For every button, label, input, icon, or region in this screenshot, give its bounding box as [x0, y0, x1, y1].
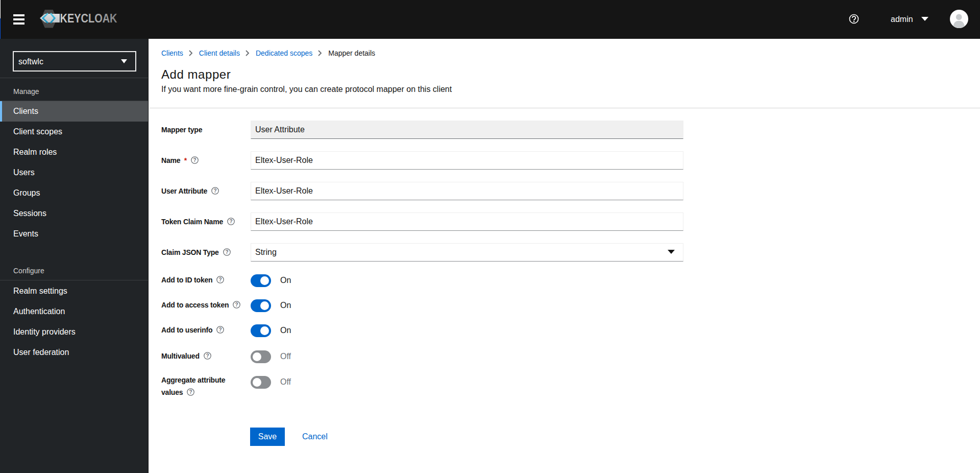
svg-text:?: ? [230, 219, 233, 224]
svg-text:?: ? [193, 157, 197, 163]
svg-text:?: ? [214, 188, 217, 194]
svg-text:KEYCLOAK: KEYCLOAK [60, 12, 117, 25]
svg-text:?: ? [189, 389, 192, 395]
svg-text:?: ? [206, 353, 209, 359]
svg-text:?: ? [219, 327, 222, 333]
svg-text:?: ? [235, 302, 238, 308]
svg-text:?: ? [219, 277, 222, 282]
svg-text:?: ? [225, 249, 228, 255]
